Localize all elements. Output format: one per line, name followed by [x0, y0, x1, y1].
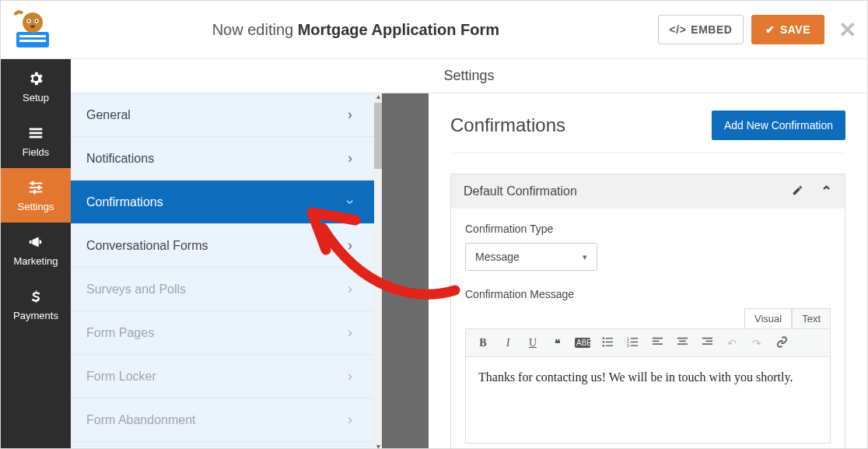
right-panel: Settings General › Notifications › Confi… [71, 59, 867, 448]
align-right-icon[interactable] [699, 336, 715, 350]
code-icon: </> [670, 23, 687, 36]
svg-point-6 [28, 20, 30, 22]
chevron-up-icon[interactable]: ⌃ [821, 183, 832, 200]
svg-rect-2 [19, 40, 46, 42]
ul-icon[interactable] [600, 336, 615, 350]
iconbar-item-label: Marketing [13, 255, 58, 267]
svg-rect-21 [605, 341, 612, 342]
scroll-down-icon[interactable]: ▾ [374, 442, 382, 448]
page-title: Now editing Mortgage Application Form [54, 21, 658, 39]
strike-icon[interactable]: ABE [575, 338, 590, 348]
check-icon: ✔ [765, 23, 775, 36]
topbar: Now editing Mortgage Application Form </… [1, 1, 867, 59]
svg-rect-33 [677, 337, 687, 339]
iconbar-item-label: Fields [23, 146, 50, 158]
settings-item-form-abandonment[interactable]: Form Abandonment › [71, 398, 374, 442]
svg-rect-27 [630, 341, 637, 342]
settings-item-label: Conversational Forms [86, 239, 208, 253]
save-button[interactable]: ✔ SAVE [751, 15, 824, 44]
settings-item-label: Form Abandonment [86, 413, 196, 427]
split: General › Notifications › Confirmations … [71, 93, 867, 448]
type-label: Confirmation Type [465, 223, 831, 235]
iconbar: Setup Fields Settings Marketing Payments [1, 59, 71, 448]
svg-rect-1 [19, 35, 46, 37]
iconbar-item-fields[interactable]: Fields [1, 114, 71, 168]
scroll-up-icon[interactable]: ▴ [374, 93, 382, 100]
embed-button-label: EMBED [691, 23, 732, 36]
svg-rect-32 [652, 343, 662, 345]
redo-icon[interactable]: ↷ [749, 337, 765, 349]
iconbar-item-marketing[interactable]: Marketing [1, 223, 71, 277]
editor-tabs: Visual Text [465, 308, 831, 328]
title-form-name: Mortgage Application Form [298, 21, 499, 38]
svg-rect-13 [30, 187, 43, 188]
settings-item-conversational-forms[interactable]: Conversational Forms › [71, 224, 374, 268]
settings-item-form-locker[interactable]: Form Locker › [71, 355, 374, 398]
gear-icon [26, 69, 45, 88]
svg-rect-11 [30, 136, 43, 139]
embed-button[interactable]: </> EMBED [658, 15, 744, 44]
close-icon[interactable]: ✕ [838, 17, 856, 43]
scrollbar[interactable]: ▴ ▾ [374, 93, 382, 448]
card-body: Confirmation Type Message ▾ Confirmation… [451, 209, 845, 448]
svg-rect-19 [605, 338, 612, 339]
svg-rect-34 [679, 340, 685, 342]
editor-textarea[interactable]: Thanks for contacting us! We will be in … [466, 357, 830, 443]
svg-rect-38 [702, 343, 712, 345]
svg-rect-15 [32, 181, 34, 186]
svg-point-8 [30, 25, 35, 28]
settings-item-label: Confirmations [86, 195, 163, 209]
settings-item-notifications[interactable]: Notifications › [71, 137, 374, 181]
iconbar-item-label: Setup [23, 92, 49, 103]
quote-icon[interactable]: ❝ [550, 337, 565, 349]
svg-rect-37 [705, 340, 712, 342]
gutter [382, 93, 429, 448]
chevron-right-icon: › [348, 107, 352, 123]
pencil-icon[interactable] [792, 184, 803, 199]
body: Setup Fields Settings Marketing Payments [1, 59, 867, 448]
chevron-down-icon: ▾ [583, 252, 587, 262]
svg-rect-9 [30, 128, 43, 131]
svg-point-20 [602, 341, 604, 342]
svg-point-3 [23, 12, 43, 33]
svg-rect-31 [652, 340, 658, 342]
card-head: Default Confirmation ⌃ [451, 174, 845, 209]
tab-text[interactable]: Text [792, 308, 831, 328]
bold-icon[interactable]: B [475, 337, 491, 349]
link-icon[interactable] [774, 336, 789, 350]
iconbar-item-settings[interactable]: Settings [1, 168, 71, 223]
chevron-right-icon: › [348, 150, 352, 167]
settings-item-surveys-polls[interactable]: Surveys and Polls › [71, 268, 374, 311]
save-button-label: SAVE [780, 23, 810, 36]
scrollbar-thumb[interactable] [374, 103, 382, 169]
iconbar-item-setup[interactable]: Setup [1, 59, 71, 114]
settings-item-label: General [86, 108, 131, 122]
ol-icon[interactable]: 123 [625, 336, 640, 350]
align-center-icon[interactable] [674, 336, 690, 350]
title-prefix: Now editing [212, 21, 298, 38]
settings-item-confirmations[interactable]: Confirmations › [71, 181, 374, 224]
list-icon [26, 124, 45, 142]
settings-item-label: Surveys and Polls [86, 282, 186, 296]
main-panel: Confirmations Add New Confirmation Defau… [429, 93, 867, 448]
app-logo [12, 9, 54, 51]
editor: B I U ❝ ABE 123 [465, 328, 831, 444]
chevron-right-icon: › [348, 368, 352, 384]
settings-header: Settings [71, 59, 867, 93]
dollar-icon [26, 287, 45, 306]
settings-item-form-pages[interactable]: Form Pages › [71, 311, 374, 355]
chevron-right-icon: › [348, 281, 352, 297]
italic-icon[interactable]: I [500, 337, 516, 349]
confirmation-type-select[interactable]: Message ▾ [465, 243, 597, 271]
settings-item-general[interactable]: General › [71, 93, 374, 137]
align-left-icon[interactable] [649, 336, 665, 350]
svg-rect-36 [702, 337, 712, 339]
iconbar-item-payments[interactable]: Payments [1, 277, 71, 331]
tab-visual[interactable]: Visual [744, 308, 792, 328]
svg-rect-10 [30, 132, 43, 135]
message-label: Confirmation Message [465, 288, 831, 300]
underline-icon[interactable]: U [525, 337, 541, 349]
undo-icon[interactable]: ↶ [724, 337, 740, 349]
add-confirmation-button[interactable]: Add New Confirmation [712, 110, 845, 140]
bullhorn-icon [26, 233, 45, 251]
